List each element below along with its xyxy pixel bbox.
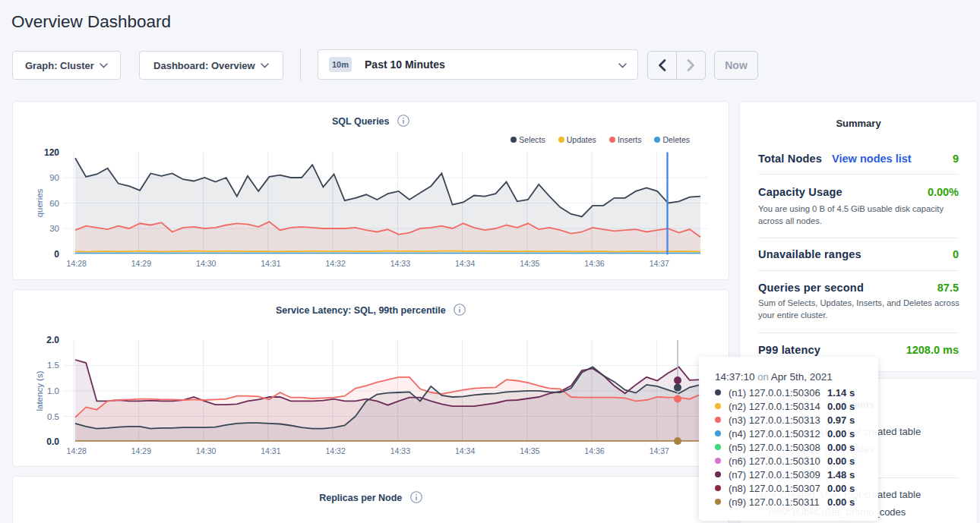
svg-text:14:28: 14:28 xyxy=(67,259,87,268)
svg-text:14:30: 14:30 xyxy=(196,446,216,455)
svg-text:1.0: 1.0 xyxy=(47,386,59,395)
svg-text:30: 30 xyxy=(49,224,59,233)
svg-text:2.0: 2.0 xyxy=(46,334,59,345)
svg-text:14:32: 14:32 xyxy=(325,259,345,268)
svg-text:14:37: 14:37 xyxy=(650,259,669,268)
svg-text:1.5: 1.5 xyxy=(47,361,59,370)
svg-text:14:35: 14:35 xyxy=(520,446,539,455)
svg-text:14:29: 14:29 xyxy=(131,259,151,268)
svg-text:60: 60 xyxy=(49,199,59,208)
svg-text:14:32: 14:32 xyxy=(325,446,345,455)
svg-text:90: 90 xyxy=(49,173,59,182)
svg-text:latency (s): latency (s) xyxy=(35,370,44,411)
svg-text:14:36: 14:36 xyxy=(584,446,604,455)
svg-text:14:34: 14:34 xyxy=(455,259,475,268)
svg-text:14:35: 14:35 xyxy=(520,259,539,268)
svg-text:14:37: 14:37 xyxy=(650,446,669,455)
svg-text:14:33: 14:33 xyxy=(390,259,410,268)
svg-text:queries: queries xyxy=(35,188,44,217)
svg-text:14:29: 14:29 xyxy=(131,446,151,455)
svg-text:0.0: 0.0 xyxy=(46,436,59,447)
svg-text:120: 120 xyxy=(44,147,59,158)
svg-text:14:31: 14:31 xyxy=(261,446,280,455)
svg-text:14:28: 14:28 xyxy=(67,446,87,455)
svg-text:14:31: 14:31 xyxy=(261,259,280,268)
svg-text:0.5: 0.5 xyxy=(47,411,59,421)
svg-text:14:30: 14:30 xyxy=(196,259,216,268)
svg-text:14:34: 14:34 xyxy=(455,446,475,455)
svg-text:14:36: 14:36 xyxy=(584,259,604,268)
svg-text:0: 0 xyxy=(54,249,59,260)
svg-text:14:33: 14:33 xyxy=(390,446,410,455)
